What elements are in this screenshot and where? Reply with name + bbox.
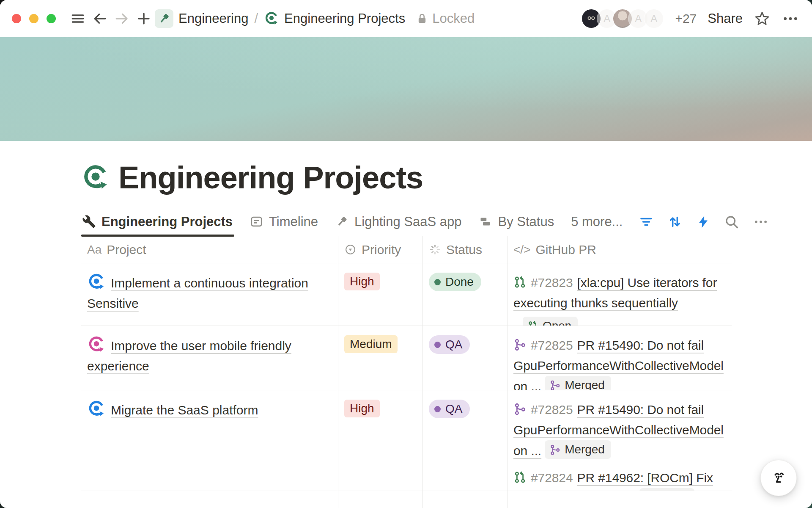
status-badge: Done: [429, 273, 481, 291]
cell-status[interactable]: QA: [423, 390, 508, 491]
project-cycle-icon: [87, 400, 106, 418]
cell-project[interactable]: Migrate the SaaS platform: [81, 390, 338, 491]
pr-entry: #72825PR #15490: Do not fail GpuPerforma…: [513, 335, 725, 390]
project-title-link[interactable]: Migrate the SaaS platform: [111, 403, 258, 417]
window-minimize-button[interactable]: [29, 14, 38, 23]
view-actions: [639, 214, 771, 230]
tab-by-status[interactable]: By Status: [477, 207, 556, 236]
tab-more-views[interactable]: 5 more...: [570, 207, 624, 236]
tab-engineering-projects[interactable]: Engineering Projects: [81, 207, 234, 236]
status-dot: [434, 406, 441, 412]
tab-label: By Status: [498, 214, 554, 229]
page-cover-image: [0, 37, 812, 141]
table-row: Implement a continuous integration Sensi…: [81, 263, 732, 326]
breadcrumb-separator: /: [254, 11, 258, 26]
pr-state-badge: Open: [523, 317, 578, 326]
page-header: Engineering Projects: [81, 160, 812, 196]
priority-badge: High: [344, 400, 380, 417]
avatar-stack[interactable]: A A A: [581, 8, 664, 29]
sort-arrows-icon: [667, 214, 683, 229]
app-window: Engineering / Engineering Projects Locke…: [0, 0, 812, 508]
arrow-right-icon: [114, 11, 130, 27]
column-header-github-pr[interactable]: </> GitHub PR: [508, 236, 732, 263]
back-button[interactable]: [89, 8, 111, 30]
more-options-button[interactable]: [782, 10, 799, 28]
avatar-face-icon: [585, 12, 598, 25]
cell-priority[interactable]: High: [338, 390, 423, 491]
project-title-link[interactable]: Implement a continuous integration Sensi…: [87, 276, 308, 310]
breadcrumb-page[interactable]: Engineering Projects: [284, 11, 405, 26]
sort-button[interactable]: [667, 214, 683, 229]
status-badge: QA: [429, 400, 470, 418]
column-header-project[interactable]: Aa Project: [81, 236, 338, 263]
cell-github-pr[interactable]: #72825PR #15490: Do not fail GpuPerforma…: [508, 326, 732, 390]
automations-button[interactable]: [696, 215, 710, 229]
page-content: Engineering Projects Engineering Project…: [0, 160, 812, 508]
pull-request-open-icon: [527, 320, 539, 326]
column-label: Priority: [362, 243, 401, 257]
column-header-priority[interactable]: Priority: [338, 236, 423, 263]
share-button[interactable]: Share: [708, 11, 743, 26]
forward-button[interactable]: [111, 8, 133, 30]
window-zoom-button[interactable]: [47, 14, 56, 23]
favorite-button[interactable]: [754, 10, 771, 27]
traffic-lights: [12, 14, 56, 23]
pr-state-badge: Merged: [545, 440, 611, 459]
new-tab-button[interactable]: [133, 8, 155, 30]
pr-entry: #72824PR #14962: [ROCm] Fix an issue wit…: [513, 468, 725, 491]
workspace-hammer-icon[interactable]: [155, 9, 173, 28]
cell-priority[interactable]: Medium: [338, 326, 423, 390]
pr-number: #72825: [531, 403, 573, 417]
pull-request-open-icon: [513, 276, 527, 289]
notion-ai-button[interactable]: [760, 460, 797, 496]
cell-github-pr[interactable]: #72823[xla:cpu] Use iterators for execut…: [508, 263, 732, 326]
lightning-icon: [696, 215, 710, 229]
cell-project[interactable]: Improve the user mobile friendly experie…: [81, 326, 338, 390]
project-title-link[interactable]: Improve the user mobile friendly experie…: [87, 339, 291, 373]
breadcrumb-workspace[interactable]: Engineering: [178, 11, 248, 26]
pull-request-merged-icon: [549, 380, 561, 391]
column-label: GitHub PR: [535, 243, 596, 257]
pr-entry: #72823[xla:cpu] Use iterators for execut…: [513, 273, 725, 326]
tab-label: Engineering Projects: [102, 214, 233, 229]
timeline-icon: [250, 215, 263, 229]
select-type-icon: [344, 243, 357, 256]
breadcrumb: Engineering / Engineering Projects: [155, 9, 405, 28]
text-type-icon: Aa: [87, 243, 102, 257]
collaborators-more-count[interactable]: +27: [675, 11, 697, 26]
column-label: Project: [107, 243, 146, 257]
cell-priority[interactable]: High: [338, 263, 423, 326]
search-button[interactable]: [724, 214, 739, 229]
pull-request-merged-icon: [513, 403, 527, 416]
window-close-button[interactable]: [12, 14, 21, 23]
pr-state-badge: Open: [639, 488, 694, 491]
tab-lighting-saas-app[interactable]: Lighting SaaS app: [334, 207, 463, 236]
page-cycle-icon: [264, 11, 279, 26]
plus-icon: [136, 11, 152, 27]
clipped-next-row: [81, 491, 732, 508]
project-cycle-icon: [87, 335, 106, 354]
avatar[interactable]: A: [644, 8, 664, 29]
tab-timeline[interactable]: Timeline: [249, 207, 320, 236]
page-title: Engineering Projects: [118, 160, 423, 196]
sidebar-toggle-button[interactable]: [67, 8, 89, 30]
pr-number: #72823: [531, 276, 573, 290]
tab-label: 5 more...: [571, 214, 623, 229]
projects-table: Aa Project Priority: [81, 236, 732, 508]
page-icon[interactable]: [81, 163, 110, 192]
pr-number: #72825: [531, 338, 573, 352]
pull-request-merged-icon: [513, 338, 527, 351]
cell-status[interactable]: Done: [423, 263, 508, 326]
project-cycle-icon: [87, 273, 106, 291]
cell-status[interactable]: QA: [423, 326, 508, 390]
locked-indicator[interactable]: Locked: [416, 11, 475, 26]
column-header-status[interactable]: Status: [423, 236, 508, 263]
view-more-button[interactable]: [753, 214, 769, 230]
pr-state-badge: Merged: [545, 376, 611, 390]
filter-button[interactable]: [639, 214, 654, 229]
cell-project[interactable]: Implement a continuous integration Sensi…: [81, 263, 338, 326]
star-icon: [754, 10, 771, 27]
priority-badge: Medium: [344, 335, 398, 353]
lock-icon: [416, 13, 428, 25]
cell-github-pr[interactable]: #72825PR #15490: Do not fail GpuPerforma…: [508, 390, 732, 491]
